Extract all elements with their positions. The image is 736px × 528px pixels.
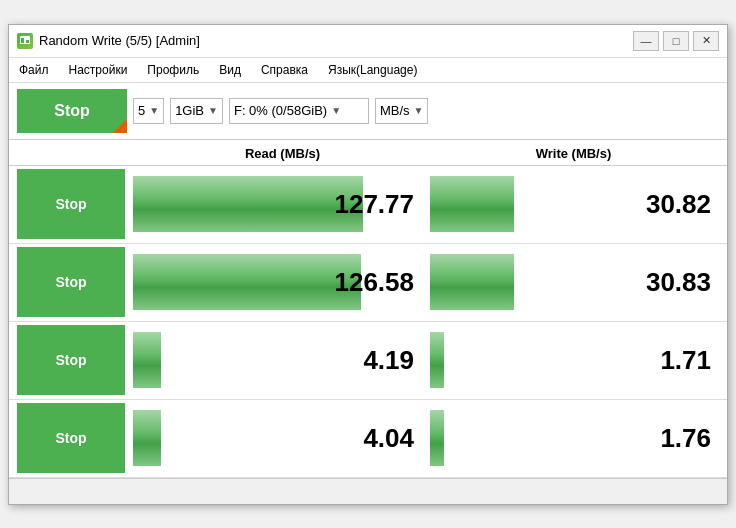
size-dropdown[interactable]: 1GiB ▼ (170, 98, 223, 124)
read-number-2: 4.19 (133, 345, 414, 376)
main-window: Random Write (5/5) [Admin] — □ ✕ Файл На… (8, 24, 728, 505)
drive-dropdown-arrow: ▼ (331, 105, 341, 116)
write-number-2: 1.71 (430, 345, 711, 376)
write-bar-1: 30.83 (430, 254, 711, 310)
table-row: Stop 4.04 1.76 (9, 400, 727, 478)
table-header: Read (MB/s) Write (MB/s) (9, 140, 727, 166)
menu-file[interactable]: Файл (15, 61, 53, 79)
read-number-3: 4.04 (133, 423, 414, 454)
write-cell-1: 30.83 (422, 254, 719, 310)
close-button[interactable]: ✕ (693, 31, 719, 51)
read-bar-0: 127.77 (133, 176, 414, 232)
stop-button-0[interactable]: Stop (17, 169, 125, 239)
unit-dropdown-arrow: ▼ (414, 105, 424, 116)
window-title: Random Write (5/5) [Admin] (39, 33, 200, 48)
app-icon (17, 33, 33, 49)
unit-value: MB/s (380, 103, 410, 118)
main-stop-button[interactable]: Stop (17, 89, 127, 133)
read-cell-1: 126.58 (125, 254, 422, 310)
write-cell-2: 1.71 (422, 332, 719, 388)
header-write: Write (MB/s) (428, 146, 719, 161)
title-bar-left: Random Write (5/5) [Admin] (17, 33, 200, 49)
menu-view[interactable]: Вид (215, 61, 245, 79)
drive-dropdown[interactable]: F: 0% (0/58GiB) ▼ (229, 98, 369, 124)
size-dropdown-arrow: ▼ (208, 105, 218, 116)
unit-dropdown[interactable]: MB/s ▼ (375, 98, 429, 124)
read-bar-1: 126.58 (133, 254, 414, 310)
read-cell-2: 4.19 (125, 332, 422, 388)
write-bar-0: 30.82 (430, 176, 711, 232)
svg-rect-1 (21, 38, 24, 43)
title-bar: Random Write (5/5) [Admin] — □ ✕ (9, 25, 727, 58)
menu-profile[interactable]: Профиль (143, 61, 203, 79)
count-dropdown-arrow: ▼ (149, 105, 159, 116)
read-bar-3: 4.04 (133, 410, 414, 466)
header-read: Read (MB/s) (137, 146, 428, 161)
read-cell-3: 4.04 (125, 410, 422, 466)
title-buttons: — □ ✕ (633, 31, 719, 51)
write-number-3: 1.76 (430, 423, 711, 454)
minimize-button[interactable]: — (633, 31, 659, 51)
size-value: 1GiB (175, 103, 204, 118)
write-bar-3: 1.76 (430, 410, 711, 466)
maximize-button[interactable]: □ (663, 31, 689, 51)
table-row: Stop 127.77 30.82 (9, 166, 727, 244)
write-cell-3: 1.76 (422, 410, 719, 466)
stop-button-3[interactable]: Stop (17, 403, 125, 473)
menu-settings[interactable]: Настройки (65, 61, 132, 79)
table-row: Stop 126.58 30.83 (9, 244, 727, 322)
write-bar-2: 1.71 (430, 332, 711, 388)
count-dropdown[interactable]: 5 ▼ (133, 98, 164, 124)
write-cell-0: 30.82 (422, 176, 719, 232)
svg-rect-2 (26, 40, 29, 43)
read-number-1: 126.58 (133, 267, 414, 298)
status-bar (9, 478, 727, 504)
stop-button-2[interactable]: Stop (17, 325, 125, 395)
drive-value: F: 0% (0/58GiB) (234, 103, 327, 118)
stop-button-1[interactable]: Stop (17, 247, 125, 317)
menu-language[interactable]: Язык(Language) (324, 61, 421, 79)
table-row: Stop 4.19 1.71 (9, 322, 727, 400)
read-cell-0: 127.77 (125, 176, 422, 232)
content-area: Read (MB/s) Write (MB/s) Stop 127.77 30.… (9, 140, 727, 478)
header-spacer (17, 146, 137, 161)
write-number-1: 30.83 (430, 267, 711, 298)
count-value: 5 (138, 103, 145, 118)
menu-help[interactable]: Справка (257, 61, 312, 79)
read-number-0: 127.77 (133, 189, 414, 220)
menu-bar: Файл Настройки Профиль Вид Справка Язык(… (9, 58, 727, 83)
write-number-0: 30.82 (430, 189, 711, 220)
read-bar-2: 4.19 (133, 332, 414, 388)
toolbar: Stop 5 ▼ 1GiB ▼ F: 0% (0/58GiB) ▼ MB/s ▼ (9, 83, 727, 140)
